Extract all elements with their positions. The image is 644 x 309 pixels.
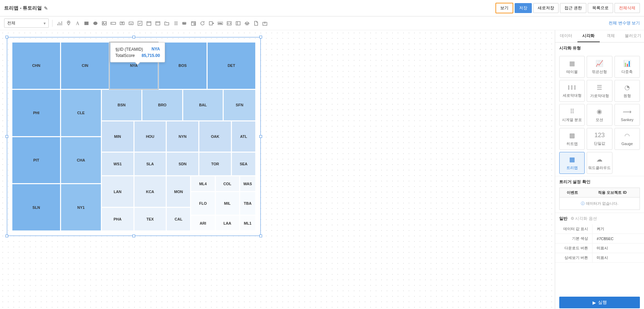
date-icon[interactable] (190, 20, 197, 27)
upload-icon[interactable] (261, 20, 269, 27)
viz-type-vbar[interactable]: ⫿⫿⫿세로막대형 (559, 80, 585, 102)
treemap-cell[interactable]: MIN (102, 121, 134, 152)
resize-handle-tr[interactable] (259, 36, 262, 38)
tab-data[interactable]: 데이터 (555, 30, 577, 42)
treemap-cell[interactable]: CHN (12, 42, 60, 89)
treemap-cell[interactable]: PHI (12, 90, 60, 136)
treemap-cell[interactable]: FLO (191, 192, 215, 215)
code-icon[interactable] (225, 20, 233, 27)
viz-type-treemap[interactable]: ▦트리맵 (559, 152, 585, 174)
treemap-cell[interactable]: WS1 (102, 152, 134, 176)
tab-load[interactable]: 불러오기 (622, 30, 644, 42)
treemap-cell[interactable]: LAN (102, 176, 134, 207)
export-icon[interactable] (208, 20, 215, 27)
treemap-cell[interactable]: WAS (240, 176, 256, 191)
treemap-cell[interactable]: PIT (12, 137, 60, 184)
checkbox-icon[interactable] (136, 20, 144, 27)
resize-handle-bl[interactable] (5, 235, 8, 237)
treemap-cell[interactable]: CIN (61, 42, 109, 89)
treemap-cell[interactable]: BRO (142, 90, 183, 121)
treemap-chart[interactable]: CHN CIN NYA BOS DET PHI PIT SLN CLE CHA … (12, 42, 256, 231)
treemap-cell[interactable]: TEX (134, 207, 166, 231)
tag-icon[interactable]: TAG (181, 20, 188, 27)
treemap-cell[interactable]: DET (207, 42, 256, 89)
bar-chart-icon[interactable] (56, 20, 63, 27)
treemap-cell[interactable]: COL (215, 176, 239, 191)
calendar-icon[interactable] (145, 20, 153, 27)
rect-icon[interactable] (83, 20, 90, 27)
save-button[interactable]: 저장 (515, 3, 532, 13)
window-icon[interactable] (154, 20, 162, 27)
treemap-cell[interactable]: SLA (134, 152, 166, 176)
treemap-cell[interactable]: CAL (166, 207, 190, 231)
filter-select[interactable]: 전체 (4, 19, 49, 28)
treemap-cell[interactable]: SEA (232, 152, 256, 176)
treemap-cell[interactable]: SFN (223, 90, 256, 121)
treemap-cell[interactable]: HOU (134, 121, 166, 152)
list-icon[interactable] (172, 20, 179, 27)
viz-type-line[interactable]: 📈꺾은선형 (587, 56, 612, 78)
treemap-cell[interactable]: OAK (199, 121, 231, 152)
text-icon[interactable]: A (74, 20, 81, 27)
prop-value[interactable]: 미표시 (593, 253, 644, 263)
map-icon[interactable] (65, 20, 72, 27)
viz-type-multiaxis[interactable]: 📊다중축 (614, 56, 640, 78)
html-icon[interactable]: HTML (216, 20, 224, 27)
treemap-cell[interactable]: CLE (61, 90, 101, 136)
resize-handle-tl[interactable] (5, 36, 8, 38)
view-button[interactable]: 보기 (495, 3, 513, 13)
prop-value[interactable]: #7CB5EC (593, 234, 644, 243)
delete-all-button[interactable]: 전체삭제 (614, 3, 640, 13)
textbox-icon[interactable]: T (118, 20, 126, 27)
viz-type-hbar[interactable]: ☰가로막대형 (587, 80, 612, 102)
treemap-cell[interactable]: KCA (134, 176, 166, 207)
viz-type-tscatter[interactable]: ⠿시계열 분포 (559, 104, 585, 126)
treemap-cell[interactable]: MON (166, 176, 190, 207)
treemap-cell[interactable]: BOS (159, 42, 207, 89)
viz-type-wordcloud[interactable]: ☁워드클라우드 (587, 152, 612, 174)
panel-icon[interactable] (234, 20, 242, 27)
prop-value[interactable]: 켜기 (593, 224, 644, 234)
selection-frame[interactable]: CHN CIN NYA BOS DET PHI PIT SLN CLE CHA … (7, 37, 261, 236)
balance-icon[interactable] (243, 20, 251, 27)
resize-handle-mr[interactable] (259, 135, 262, 138)
viz-type-pie[interactable]: ◔원형 (614, 80, 640, 102)
list-button[interactable]: 목록으로 (588, 3, 613, 13)
treemap-cell[interactable]: MIL (215, 192, 239, 215)
treemap-cell[interactable]: NY1 (61, 184, 101, 231)
show-all-vars-link[interactable]: 전체 변수명 보기 (609, 20, 640, 26)
treemap-cell[interactable]: ARI (191, 215, 215, 231)
treemap-cell[interactable]: CHA (61, 137, 101, 184)
resize-handle-tc[interactable] (132, 36, 135, 38)
resize-handle-br[interactable] (259, 235, 262, 237)
viz-type-gauge[interactable]: ◠Gauge (614, 128, 640, 150)
run-button[interactable]: ▶ 실행 (559, 297, 640, 308)
ellipse-icon[interactable] (92, 20, 99, 27)
treemap-cell[interactable]: PHA (102, 207, 134, 231)
resize-handle-ml[interactable] (5, 135, 8, 138)
folder-icon[interactable] (163, 20, 171, 27)
treemap-cell[interactable]: BSN (102, 90, 142, 121)
canvas[interactable]: CHN CIN NYA BOS DET PHI PIT SLN CLE CHA … (0, 30, 555, 309)
treemap-cell[interactable]: LAA (215, 215, 239, 231)
viz-type-motion[interactable]: ◉모션 (587, 104, 612, 126)
image-icon[interactable] (101, 20, 108, 27)
treemap-cell[interactable]: SDN (166, 152, 199, 176)
treemap-cell[interactable]: NYN (166, 121, 199, 152)
treemap-cell[interactable]: ATL (232, 121, 256, 152)
tab-object[interactable]: 객체 (600, 30, 622, 42)
saveas-button[interactable]: 새로저장 (533, 3, 559, 13)
dropdown-icon[interactable] (127, 20, 135, 27)
viz-type-sankey[interactable]: ⟿Sankey (614, 104, 640, 126)
treemap-cell[interactable]: TOR (199, 152, 231, 176)
resize-handle-bc[interactable] (132, 235, 135, 237)
permission-button[interactable]: 접근 권한 (560, 3, 586, 13)
prop-value[interactable]: 미표시 (593, 243, 644, 253)
treemap-cell[interactable]: ML1 (240, 215, 256, 231)
viz-type-single[interactable]: 123단일값 (587, 128, 612, 150)
treemap-cell[interactable]: TBA (240, 192, 256, 215)
viz-type-heatmap[interactable]: ▩히트맵 (559, 128, 585, 150)
treemap-cell[interactable]: BAL (183, 90, 223, 121)
document-icon[interactable] (252, 20, 260, 27)
refresh-icon[interactable] (199, 20, 206, 27)
